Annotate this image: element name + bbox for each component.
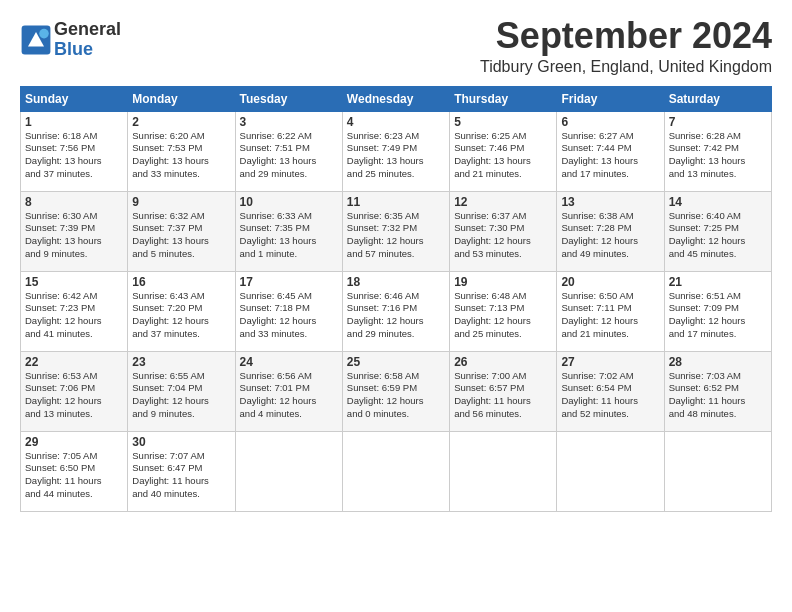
calendar-cell: 21Sunrise: 6:51 AM Sunset: 7:09 PM Dayli…: [664, 271, 771, 351]
weekday-header-friday: Friday: [557, 86, 664, 111]
day-number: 1: [25, 115, 123, 129]
calendar: SundayMondayTuesdayWednesdayThursdayFrid…: [20, 86, 772, 512]
svg-point-2: [39, 29, 49, 39]
day-detail: Sunrise: 7:03 AM Sunset: 6:52 PM Dayligh…: [669, 370, 767, 421]
calendar-cell: 30Sunrise: 7:07 AM Sunset: 6:47 PM Dayli…: [128, 431, 235, 511]
title-block: September 2024 Tidbury Green, England, U…: [480, 16, 772, 76]
calendar-cell: 7Sunrise: 6:28 AM Sunset: 7:42 PM Daylig…: [664, 111, 771, 191]
day-number: 6: [561, 115, 659, 129]
day-detail: Sunrise: 6:42 AM Sunset: 7:23 PM Dayligh…: [25, 290, 123, 341]
calendar-header: SundayMondayTuesdayWednesdayThursdayFrid…: [21, 86, 772, 111]
calendar-cell: 1Sunrise: 6:18 AM Sunset: 7:56 PM Daylig…: [21, 111, 128, 191]
day-number: 29: [25, 435, 123, 449]
calendar-cell: [450, 431, 557, 511]
day-number: 26: [454, 355, 552, 369]
day-number: 7: [669, 115, 767, 129]
day-detail: Sunrise: 6:56 AM Sunset: 7:01 PM Dayligh…: [240, 370, 338, 421]
logo-icon: [20, 24, 52, 56]
calendar-cell: 2Sunrise: 6:20 AM Sunset: 7:53 PM Daylig…: [128, 111, 235, 191]
day-number: 9: [132, 195, 230, 209]
week-row-3: 15Sunrise: 6:42 AM Sunset: 7:23 PM Dayli…: [21, 271, 772, 351]
day-detail: Sunrise: 7:02 AM Sunset: 6:54 PM Dayligh…: [561, 370, 659, 421]
day-detail: Sunrise: 7:00 AM Sunset: 6:57 PM Dayligh…: [454, 370, 552, 421]
calendar-cell: 15Sunrise: 6:42 AM Sunset: 7:23 PM Dayli…: [21, 271, 128, 351]
calendar-cell: 27Sunrise: 7:02 AM Sunset: 6:54 PM Dayli…: [557, 351, 664, 431]
day-number: 22: [25, 355, 123, 369]
week-row-2: 8Sunrise: 6:30 AM Sunset: 7:39 PM Daylig…: [21, 191, 772, 271]
day-detail: Sunrise: 6:48 AM Sunset: 7:13 PM Dayligh…: [454, 290, 552, 341]
weekday-header-wednesday: Wednesday: [342, 86, 449, 111]
day-detail: Sunrise: 6:32 AM Sunset: 7:37 PM Dayligh…: [132, 210, 230, 261]
day-detail: Sunrise: 6:51 AM Sunset: 7:09 PM Dayligh…: [669, 290, 767, 341]
weekday-header-sunday: Sunday: [21, 86, 128, 111]
page: General Blue September 2024 Tidbury Gree…: [0, 0, 792, 612]
day-detail: Sunrise: 6:18 AM Sunset: 7:56 PM Dayligh…: [25, 130, 123, 181]
calendar-cell: 28Sunrise: 7:03 AM Sunset: 6:52 PM Dayli…: [664, 351, 771, 431]
month-title: September 2024: [480, 16, 772, 56]
day-number: 28: [669, 355, 767, 369]
day-number: 24: [240, 355, 338, 369]
calendar-cell: 17Sunrise: 6:45 AM Sunset: 7:18 PM Dayli…: [235, 271, 342, 351]
day-number: 14: [669, 195, 767, 209]
calendar-cell: [235, 431, 342, 511]
week-row-1: 1Sunrise: 6:18 AM Sunset: 7:56 PM Daylig…: [21, 111, 772, 191]
day-detail: Sunrise: 6:38 AM Sunset: 7:28 PM Dayligh…: [561, 210, 659, 261]
day-number: 4: [347, 115, 445, 129]
day-detail: Sunrise: 7:07 AM Sunset: 6:47 PM Dayligh…: [132, 450, 230, 501]
calendar-cell: 8Sunrise: 6:30 AM Sunset: 7:39 PM Daylig…: [21, 191, 128, 271]
calendar-cell: 9Sunrise: 6:32 AM Sunset: 7:37 PM Daylig…: [128, 191, 235, 271]
day-detail: Sunrise: 6:43 AM Sunset: 7:20 PM Dayligh…: [132, 290, 230, 341]
calendar-cell: 19Sunrise: 6:48 AM Sunset: 7:13 PM Dayli…: [450, 271, 557, 351]
day-number: 17: [240, 275, 338, 289]
day-detail: Sunrise: 6:35 AM Sunset: 7:32 PM Dayligh…: [347, 210, 445, 261]
day-detail: Sunrise: 7:05 AM Sunset: 6:50 PM Dayligh…: [25, 450, 123, 501]
day-detail: Sunrise: 6:46 AM Sunset: 7:16 PM Dayligh…: [347, 290, 445, 341]
day-number: 11: [347, 195, 445, 209]
weekday-header-thursday: Thursday: [450, 86, 557, 111]
calendar-cell: 26Sunrise: 7:00 AM Sunset: 6:57 PM Dayli…: [450, 351, 557, 431]
day-detail: Sunrise: 6:33 AM Sunset: 7:35 PM Dayligh…: [240, 210, 338, 261]
calendar-cell: 29Sunrise: 7:05 AM Sunset: 6:50 PM Dayli…: [21, 431, 128, 511]
calendar-cell: [664, 431, 771, 511]
day-number: 2: [132, 115, 230, 129]
calendar-cell: 16Sunrise: 6:43 AM Sunset: 7:20 PM Dayli…: [128, 271, 235, 351]
calendar-cell: 20Sunrise: 6:50 AM Sunset: 7:11 PM Dayli…: [557, 271, 664, 351]
day-detail: Sunrise: 6:25 AM Sunset: 7:46 PM Dayligh…: [454, 130, 552, 181]
location: Tidbury Green, England, United Kingdom: [480, 58, 772, 76]
calendar-cell: [342, 431, 449, 511]
day-number: 30: [132, 435, 230, 449]
weekday-header-row: SundayMondayTuesdayWednesdayThursdayFrid…: [21, 86, 772, 111]
day-number: 5: [454, 115, 552, 129]
calendar-cell: 24Sunrise: 6:56 AM Sunset: 7:01 PM Dayli…: [235, 351, 342, 431]
day-number: 25: [347, 355, 445, 369]
calendar-cell: 25Sunrise: 6:58 AM Sunset: 6:59 PM Dayli…: [342, 351, 449, 431]
day-detail: Sunrise: 6:23 AM Sunset: 7:49 PM Dayligh…: [347, 130, 445, 181]
day-number: 12: [454, 195, 552, 209]
day-number: 15: [25, 275, 123, 289]
week-row-5: 29Sunrise: 7:05 AM Sunset: 6:50 PM Dayli…: [21, 431, 772, 511]
day-number: 16: [132, 275, 230, 289]
calendar-cell: 14Sunrise: 6:40 AM Sunset: 7:25 PM Dayli…: [664, 191, 771, 271]
day-detail: Sunrise: 6:22 AM Sunset: 7:51 PM Dayligh…: [240, 130, 338, 181]
day-number: 3: [240, 115, 338, 129]
weekday-header-tuesday: Tuesday: [235, 86, 342, 111]
day-detail: Sunrise: 6:45 AM Sunset: 7:18 PM Dayligh…: [240, 290, 338, 341]
calendar-cell: 23Sunrise: 6:55 AM Sunset: 7:04 PM Dayli…: [128, 351, 235, 431]
calendar-cell: 11Sunrise: 6:35 AM Sunset: 7:32 PM Dayli…: [342, 191, 449, 271]
calendar-cell: 18Sunrise: 6:46 AM Sunset: 7:16 PM Dayli…: [342, 271, 449, 351]
calendar-cell: 5Sunrise: 6:25 AM Sunset: 7:46 PM Daylig…: [450, 111, 557, 191]
logo: General Blue: [20, 20, 121, 60]
calendar-cell: 6Sunrise: 6:27 AM Sunset: 7:44 PM Daylig…: [557, 111, 664, 191]
day-number: 19: [454, 275, 552, 289]
calendar-cell: 13Sunrise: 6:38 AM Sunset: 7:28 PM Dayli…: [557, 191, 664, 271]
calendar-cell: 3Sunrise: 6:22 AM Sunset: 7:51 PM Daylig…: [235, 111, 342, 191]
day-number: 18: [347, 275, 445, 289]
day-detail: Sunrise: 6:20 AM Sunset: 7:53 PM Dayligh…: [132, 130, 230, 181]
day-detail: Sunrise: 6:50 AM Sunset: 7:11 PM Dayligh…: [561, 290, 659, 341]
day-number: 10: [240, 195, 338, 209]
day-detail: Sunrise: 6:40 AM Sunset: 7:25 PM Dayligh…: [669, 210, 767, 261]
day-detail: Sunrise: 6:58 AM Sunset: 6:59 PM Dayligh…: [347, 370, 445, 421]
day-number: 21: [669, 275, 767, 289]
logo-line1: General: [54, 20, 121, 40]
calendar-cell: [557, 431, 664, 511]
